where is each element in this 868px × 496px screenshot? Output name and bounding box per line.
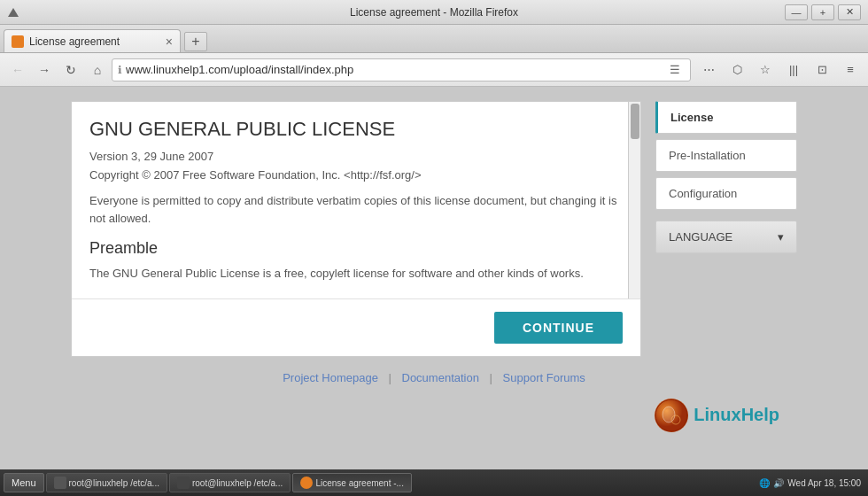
menu-button[interactable]: ≡: [838, 58, 863, 81]
toolbar-right: ⋯ ⬡ ☆ ||| ⊡ ≡: [696, 58, 863, 81]
license-panel: GNU GENERAL PUBLIC LICENSE Version 3, 29…: [71, 101, 641, 357]
license-version: Version 3, 29 June 2007: [89, 150, 623, 163]
address-bar-wrapper: ℹ ☰: [112, 58, 691, 81]
taskbar-system-tray: 🌐 🔊 Wed Apr 18, 15:00: [759, 478, 864, 488]
titlebar: License agreement - Mozilla Firefox — + …: [0, 0, 868, 25]
tab-favicon: [12, 35, 24, 48]
back-button[interactable]: ←: [5, 58, 30, 81]
reader-view-icon[interactable]: ☰: [665, 60, 685, 80]
tab-close-button[interactable]: ×: [166, 35, 173, 49]
reading-list-button[interactable]: |||: [781, 58, 806, 81]
license-scroll-area[interactable]: GNU GENERAL PUBLIC LICENSE Version 3, 29…: [72, 102, 640, 298]
titlebar-left: [7, 6, 19, 19]
taskbar-item-terminal2[interactable]: root@linuxhelp /etc/a...: [169, 473, 291, 492]
window-controls: — + ✕: [785, 4, 861, 20]
logo-area: LinuxHelp: [71, 399, 797, 436]
start-menu-label: Menu: [12, 477, 36, 488]
license-title: GNU GENERAL PUBLIC LICENSE: [89, 118, 623, 141]
pocket-button[interactable]: ⬡: [725, 58, 749, 81]
maximize-button[interactable]: +: [811, 4, 834, 20]
bookmark-button[interactable]: ☆: [753, 58, 778, 81]
page-wrapper: GNU GENERAL PUBLIC LICENSE Version 3, 29…: [71, 101, 797, 436]
sidebar-preinstall-label: Pre-Installation: [669, 149, 746, 162]
scrollbar[interactable]: [628, 102, 640, 298]
footer-sep-1: |: [388, 371, 391, 384]
logo-svg: [655, 399, 688, 432]
network-icon: 🌐: [759, 478, 770, 488]
logo-circle-icon: [655, 399, 688, 432]
toolbar: ← → ↻ ⌂ ℹ ☰ ⋯ ⬡ ☆ ||| ⊡ ≡: [0, 53, 868, 87]
tab-label: License agreement: [29, 35, 120, 48]
start-menu-button[interactable]: Menu: [4, 473, 44, 492]
logo-text: LinuxHelp: [694, 405, 779, 425]
support-forums-link[interactable]: Support Forums: [503, 371, 585, 384]
forward-button[interactable]: →: [32, 58, 57, 81]
taskbar-terminal1-label: root@linuxhelp /etc/a...: [69, 478, 159, 488]
synced-tabs-button[interactable]: ⊡: [810, 58, 834, 81]
close-button[interactable]: ✕: [838, 4, 861, 20]
preamble-title: Preamble: [89, 239, 623, 258]
taskbar-firefox-label: License agreement -...: [315, 478, 404, 488]
sidebar-item-configuration[interactable]: Configuration: [655, 177, 797, 210]
minimize-button[interactable]: —: [785, 4, 808, 20]
sidebar-config-label: Configuration: [669, 187, 737, 200]
footer-sep-2: |: [490, 371, 492, 384]
chevron-down-icon: ▾: [778, 230, 784, 244]
linuxhelp-logo: LinuxHelp: [655, 399, 779, 432]
tabbar: License agreement × +: [0, 25, 868, 53]
new-tab-button[interactable]: +: [184, 32, 207, 51]
firefox-titlebar-icon: [7, 6, 19, 19]
license-copyright: Copyright © 2007 Free Software Foundatio…: [89, 168, 623, 182]
continue-button[interactable]: CONTINUE: [494, 312, 623, 344]
browser-tab[interactable]: License agreement ×: [4, 29, 181, 52]
install-area: GNU GENERAL PUBLIC LICENSE Version 3, 29…: [71, 101, 797, 357]
taskbar-item-terminal1[interactable]: root@linuxhelp /etc/a...: [46, 473, 167, 492]
window-title: License agreement - Mozilla Firefox: [350, 6, 518, 19]
logo-linux-text: Linux: [694, 405, 740, 424]
preamble-text: The GNU General Public License is a free…: [89, 265, 623, 283]
browser-content: GNU GENERAL PUBLIC LICENSE Version 3, 29…: [0, 87, 868, 469]
logo-help-text: Help: [741, 405, 779, 424]
footer-links: Project Homepage | Documentation | Suppo…: [71, 366, 797, 390]
taskbar-item-firefox[interactable]: License agreement -...: [292, 473, 412, 492]
documentation-link[interactable]: Documentation: [402, 371, 479, 384]
language-button[interactable]: LANGUAGE ▾: [655, 221, 797, 253]
sidebar-item-preinstallation[interactable]: Pre-Installation: [655, 139, 797, 172]
taskbar-clock: Wed Apr 18, 15:00: [787, 478, 864, 488]
address-bar-actions: ☰: [665, 60, 685, 80]
sidebar-item-license[interactable]: License: [655, 101, 797, 134]
home-button[interactable]: ⌂: [85, 58, 110, 81]
taskbar-terminal2-label: root@linuxhelp /etc/a...: [192, 478, 283, 488]
svg-point-1: [663, 407, 675, 422]
bookmarks-menu-button[interactable]: ⋯: [696, 58, 721, 81]
license-permission-text: Everyone is permitted to copy and distri…: [89, 192, 623, 227]
sidebar-license-label: License: [670, 111, 713, 124]
scrollbar-thumb[interactable]: [631, 104, 639, 139]
info-icon: ℹ: [118, 64, 122, 76]
taskbar: Menu root@linuxhelp /etc/a... root@linux…: [0, 469, 868, 496]
address-bar[interactable]: [126, 63, 662, 76]
license-footer: CONTINUE: [72, 298, 640, 356]
terminal1-icon: [54, 477, 66, 489]
language-label: LANGUAGE: [669, 230, 732, 244]
terminal2-icon: [177, 477, 190, 489]
audio-icon: 🔊: [773, 478, 784, 488]
sidebar: License Pre-Installation Configuration L…: [655, 101, 797, 357]
project-homepage-link[interactable]: Project Homepage: [283, 371, 378, 384]
firefox-taskbar-icon: [300, 477, 313, 489]
reload-button[interactable]: ↻: [58, 58, 83, 81]
